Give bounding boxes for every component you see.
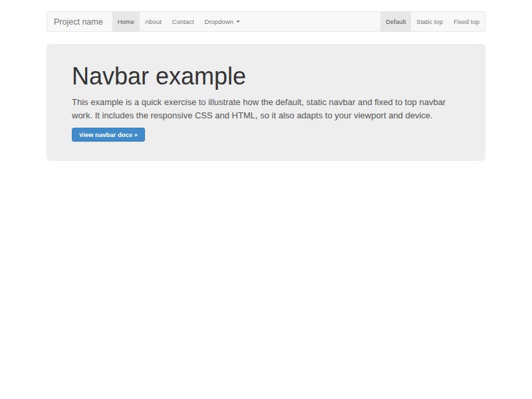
navbar-right-nav: Default Static top Fixed top [380,12,485,31]
view-navbar-docs-button[interactable]: View navbar docs » [72,128,145,142]
nav-item-fixed-top[interactable]: Fixed top [448,12,485,31]
navbar-brand[interactable]: Project name [47,12,110,31]
page-title: Navbar example [72,64,460,89]
nav-item-static-top[interactable]: Static top [411,12,448,31]
page-description: This example is a quick exercise to illu… [72,96,459,122]
nav-item-about[interactable]: About [140,12,167,31]
nav-item-home[interactable]: Home [112,12,140,31]
navbar-left-nav: Home About Contact Dropdown [112,12,245,31]
nav-item-dropdown[interactable]: Dropdown [200,12,245,31]
nav-item-contact[interactable]: Contact [167,12,200,31]
nav-item-dropdown-label: Dropdown [205,18,233,25]
top-navbar: Project name Home About Contact Dropdown… [47,11,485,32]
jumbotron: Navbar example This example is a quick e… [47,44,485,161]
nav-item-default[interactable]: Default [380,12,411,31]
page-container: Project name Home About Contact Dropdown… [47,11,485,161]
caret-down-icon [236,21,240,23]
